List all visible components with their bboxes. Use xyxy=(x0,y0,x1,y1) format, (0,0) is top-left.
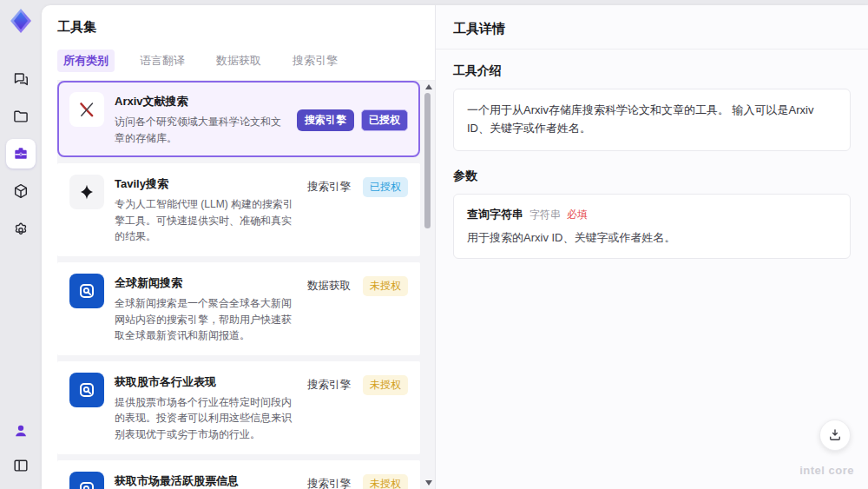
category-tabs: 所有类别语言翻译数据获取搜索引擎 xyxy=(57,50,435,81)
blue-search-icon xyxy=(69,472,104,489)
tool-card-list: Arxiv文献搜索 访问各个研究领域大量科学论文和文章的存储库。 搜索引擎 已授… xyxy=(57,81,420,489)
folder-icon xyxy=(12,108,30,125)
tool-category-label: 搜索引擎 xyxy=(307,477,351,489)
tool-category-label: 数据获取 xyxy=(307,279,351,294)
param-line: 查询字符串 字符串 必填 xyxy=(467,207,837,222)
tool-card[interactable]: 获取股市各行业表现 提供股票市场各个行业在特定时间段内的表现。投资者可以利用这些… xyxy=(57,361,420,454)
scroll-down-icon[interactable] xyxy=(425,480,432,486)
left-nav-rail xyxy=(0,0,42,489)
tool-card[interactable]: 获取市场最活跃股票信息 提供当天交易量最高的股票列表。投资者可以利用这些信息来识… xyxy=(57,460,420,489)
tool-category-label: 搜索引擎 xyxy=(307,378,351,393)
tab-0[interactable]: 所有类别 xyxy=(57,50,115,72)
params-section: 参数 查询字符串 字符串 必填 用于搜索的Arxiv ID、关键字或作者姓名。 xyxy=(453,169,851,259)
scrollbar-thumb[interactable] xyxy=(424,93,431,228)
tool-status-badge: 已授权 xyxy=(363,177,408,197)
download-button[interactable] xyxy=(819,420,851,451)
intro-box: 一个用于从Arxiv存储库搜索科学论文和文章的工具。 输入可以是Arxiv ID… xyxy=(453,89,851,151)
toolbox-icon xyxy=(12,145,30,162)
tool-name: 全球新闻搜索 xyxy=(115,274,297,291)
list-scrollbar[interactable] xyxy=(423,83,433,487)
detail-title: 工具详情 xyxy=(453,21,851,37)
param-name: 查询字符串 xyxy=(467,207,523,222)
app-logo-icon xyxy=(7,7,35,35)
tool-detail-pane: 工具详情 工具介绍 一个用于从Arxiv存储库搜索科学论文和文章的工具。 输入可… xyxy=(436,5,868,489)
tab-2[interactable]: 数据获取 xyxy=(210,50,267,72)
detail-body: 工具介绍 一个用于从Arxiv存储库搜索科学论文和文章的工具。 输入可以是Arx… xyxy=(436,50,868,273)
gear-icon xyxy=(12,220,30,237)
tool-status-badge: 未授权 xyxy=(363,375,408,395)
sidebar-item-user[interactable] xyxy=(6,416,36,446)
tool-status-badge: 未授权 xyxy=(363,276,408,296)
tool-status-badge: 未授权 xyxy=(363,474,408,489)
page-title: 工具集 xyxy=(57,19,435,36)
intro-text: 一个用于从Arxiv存储库搜索科学论文和文章的工具。 输入可以是Arxiv ID… xyxy=(467,102,837,138)
app-window: 工具集 所有类别语言翻译数据获取搜索引擎 Arxiv文献搜索 访问各个研究领域大… xyxy=(0,0,868,489)
tool-list-scroll-area: Arxiv文献搜索 访问各个研究领域大量科学论文和文章的存储库。 搜索引擎 已授… xyxy=(57,81,435,489)
intro-heading: 工具介绍 xyxy=(453,63,851,79)
tool-name: 获取市场最活跃股票信息 xyxy=(115,472,297,489)
intel-core-logo: intel core xyxy=(799,464,854,477)
blue-search-icon xyxy=(69,373,104,407)
tool-name: Arxiv文献搜索 xyxy=(115,92,286,109)
tool-list-pane: 工具集 所有类别语言翻译数据获取搜索引擎 Arxiv文献搜索 访问各个研究领域大… xyxy=(42,5,435,489)
sidebar-item-tools[interactable] xyxy=(6,139,36,169)
tool-card[interactable]: Tavily搜索 专为人工智能代理 (LLM) 构建的搜索引擎工具。可快速提供实… xyxy=(57,163,420,256)
tool-name: Tavily搜索 xyxy=(115,175,297,192)
param-description: 用于搜索的Arxiv ID、关键字或作者姓名。 xyxy=(467,230,837,246)
sidebar-item-panels[interactable] xyxy=(6,451,36,480)
tool-name: 获取股市各行业表现 xyxy=(115,373,297,390)
params-heading: 参数 xyxy=(453,169,851,184)
tool-description: 全球新闻搜索是一个聚合全球各大新闻网站内容的搜索引擎，帮助用户快速获取全球最新资… xyxy=(115,295,297,344)
tab-1[interactable]: 语言翻译 xyxy=(134,50,191,72)
tool-category-label: 搜索引擎 xyxy=(307,180,351,195)
sidebar-item-files[interactable] xyxy=(6,102,36,131)
user-icon xyxy=(12,422,30,439)
param-required-badge: 必填 xyxy=(567,208,588,222)
sparkle-icon xyxy=(69,175,104,209)
param-box: 查询字符串 字符串 必填 用于搜索的Arxiv ID、关键字或作者姓名。 xyxy=(453,194,851,259)
main-content: 工具集 所有类别语言翻译数据获取搜索引擎 Arxiv文献搜索 访问各个研究领域大… xyxy=(42,5,868,489)
tool-card[interactable]: Arxiv文献搜索 访问各个研究领域大量科学论文和文章的存储库。 搜索引擎 已授… xyxy=(57,81,420,157)
download-icon xyxy=(827,427,843,443)
scroll-up-icon[interactable] xyxy=(425,84,432,89)
blue-search-icon xyxy=(69,274,104,308)
tool-category-label: 搜索引擎 xyxy=(297,109,354,131)
chat-icon xyxy=(12,70,30,88)
param-type: 字符串 xyxy=(529,208,561,222)
sidebar-item-settings[interactable] xyxy=(6,214,36,243)
tool-description: 专为人工智能代理 (LLM) 构建的搜索引擎工具。可快速提供实时、准确和真实的结… xyxy=(115,196,297,245)
detail-header: 工具详情 xyxy=(436,5,868,50)
panel-toggle-icon xyxy=(12,457,30,474)
tool-card[interactable]: 全球新闻搜索 全球新闻搜索是一个聚合全球各大新闻网站内容的搜索引擎，帮助用户快速… xyxy=(57,262,420,355)
sidebar-nav xyxy=(6,64,36,243)
tool-description: 提供股票市场各个行业在特定时间段内的表现。投资者可以利用这些信息来识别表现优于或… xyxy=(115,394,297,443)
package-icon xyxy=(12,182,30,200)
tab-3[interactable]: 搜索引擎 xyxy=(286,50,344,72)
sidebar-item-chat[interactable] xyxy=(6,64,36,94)
sidebar-bottom xyxy=(6,416,36,480)
tool-description: 访问各个研究领域大量科学论文和文章的存储库。 xyxy=(115,114,286,146)
arxiv-icon xyxy=(69,92,104,127)
tool-status-badge: 已授权 xyxy=(361,109,408,131)
sidebar-item-models[interactable] xyxy=(6,176,36,206)
